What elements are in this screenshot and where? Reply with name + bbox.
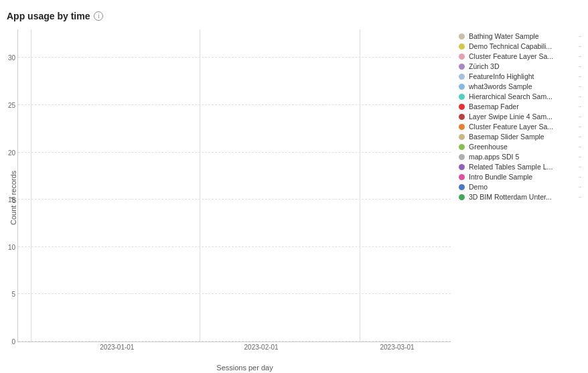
legend-menu-icon[interactable]: ··· <box>578 63 581 70</box>
legend-color-dot <box>459 174 465 180</box>
legend-label: Layer Swipe Linie 4 Sam... <box>469 113 574 121</box>
legend-label: Basemap Slider Sample <box>469 133 574 141</box>
bar-group <box>31 29 43 342</box>
legend-item: Hierarchical Search Sam... ··· <box>459 92 581 100</box>
y-tick-label: 5 <box>0 291 15 298</box>
legend-menu-icon[interactable]: ··· <box>578 53 581 60</box>
legend-menu-icon[interactable]: ··· <box>578 163 581 170</box>
legend-color-dot <box>459 124 465 130</box>
bar-group <box>192 29 203 342</box>
legend-label: Demo Technical Capabili... <box>469 42 574 50</box>
y-tick-label: 10 <box>0 244 15 251</box>
y-tick-label: 20 <box>0 149 15 157</box>
legend-menu-icon[interactable]: ··· <box>578 33 581 40</box>
bar-group <box>327 29 339 342</box>
legend-item: Intro Bundle Sample ··· <box>459 173 581 181</box>
legend-label: Hierarchical Search Sam... <box>469 92 574 100</box>
bar-group <box>376 29 388 342</box>
legend-menu-icon[interactable]: ··· <box>578 123 581 130</box>
legend-menu-icon[interactable]: ··· <box>578 93 581 100</box>
legend-label: Greenhouse <box>469 143 574 151</box>
bar-group <box>303 29 314 342</box>
legend-label: 3D BIM Rotterdam Unter... <box>469 193 574 201</box>
legend-label: Cluster Feature Layer Sa... <box>469 52 574 60</box>
legend-color-dot <box>459 33 465 40</box>
legend-color-dot <box>459 94 465 100</box>
legend-menu-icon[interactable]: ··· <box>578 43 581 50</box>
legend-item: Basemap Fader ··· <box>459 102 581 110</box>
y-tick-label: 0 <box>0 338 15 346</box>
bar-group <box>364 29 376 342</box>
bar-group <box>216 29 228 342</box>
legend-label: Zürich 3D <box>469 62 574 70</box>
legend-menu-icon[interactable]: ··· <box>578 153 581 160</box>
legend-label: Demo <box>469 183 574 191</box>
legend-menu-icon[interactable]: ··· <box>578 183 581 190</box>
bar-group <box>118 29 129 342</box>
legend-color-dot <box>459 44 465 50</box>
legend-menu-icon[interactable]: ··· <box>578 173 581 180</box>
legend-label: Basemap Fader <box>469 102 574 110</box>
legend-label: map.apps SDI 5 <box>469 153 574 161</box>
bar-group <box>143 29 154 342</box>
bar-group <box>229 29 240 342</box>
legend-menu-icon[interactable]: ··· <box>578 113 581 120</box>
bar-group <box>401 29 413 342</box>
y-tick-label: 30 <box>0 54 15 62</box>
bar-group <box>167 29 179 342</box>
legend-menu-icon[interactable]: ··· <box>578 133 581 140</box>
bar-group <box>155 29 166 342</box>
legend-menu-icon[interactable]: ··· <box>578 103 581 110</box>
x-tick-label: 2023-02-01 <box>244 344 279 351</box>
legend-label: Intro Bundle Sample <box>469 173 574 181</box>
x-axis: 2023-01-012023-02-012023-03-01 <box>39 342 451 362</box>
bar-group <box>81 29 92 342</box>
legend-item: map.apps SDI 5 ··· <box>459 153 581 161</box>
bars-container <box>18 29 451 342</box>
legend-label: Cluster Feature Layer Sa... <box>469 123 574 131</box>
legend-color-dot <box>459 104 465 110</box>
bar-group <box>56 29 68 342</box>
x-tick-label: 2023-01-01 <box>100 344 134 351</box>
bar-group <box>93 29 104 342</box>
legend-item: Cluster Feature Layer Sa... ··· <box>459 52 581 60</box>
bar-group <box>438 29 449 342</box>
legend-label: Related Tables Sample L... <box>469 163 574 171</box>
y-tick-label: 15 <box>0 196 15 204</box>
y-tick-label: 25 <box>0 102 15 109</box>
chart-title: App usage by time <box>7 11 90 21</box>
legend-menu-icon[interactable]: ··· <box>578 194 581 200</box>
legend-item: FeatureInfo Highlight ··· <box>459 72 581 80</box>
bar-group <box>266 29 277 342</box>
bar-group <box>131 29 142 342</box>
legend-menu-icon[interactable]: ··· <box>578 143 581 150</box>
legend-color-dot <box>459 114 465 120</box>
legend-item: Cluster Feature Layer Sa... ··· <box>459 123 581 131</box>
bar-group <box>69 29 80 342</box>
legend-color-dot <box>459 84 465 90</box>
legend-item: Demo ··· <box>459 183 581 191</box>
bar-group <box>389 29 400 342</box>
legend-item: Layer Swipe Linie 4 Sam... ··· <box>459 113 581 121</box>
bar-group <box>44 29 56 342</box>
legend-menu-icon[interactable]: ··· <box>578 83 581 90</box>
legend-label: what3words Sample <box>469 82 574 90</box>
bar-group <box>352 29 364 342</box>
legend-color-dot <box>459 154 465 160</box>
legend-color-dot <box>459 184 465 190</box>
info-icon[interactable]: i <box>94 11 103 21</box>
legend-color-dot <box>459 144 465 150</box>
legend-color-dot <box>459 134 465 140</box>
legend-color-dot <box>459 54 465 60</box>
legend-color-dot <box>459 74 465 80</box>
legend-item: Demo Technical Capabili... ··· <box>459 42 581 50</box>
bar-group <box>253 29 265 342</box>
legend-item: Greenhouse ··· <box>459 143 581 151</box>
bar-group <box>106 29 117 342</box>
bar-group <box>315 29 326 342</box>
bar-group <box>278 29 289 342</box>
bar-group <box>426 29 437 342</box>
legend-item: Basemap Slider Sample ··· <box>459 133 581 141</box>
x-tick-label: 2023-03-01 <box>380 344 414 351</box>
legend-menu-icon[interactable]: ··· <box>578 73 581 80</box>
